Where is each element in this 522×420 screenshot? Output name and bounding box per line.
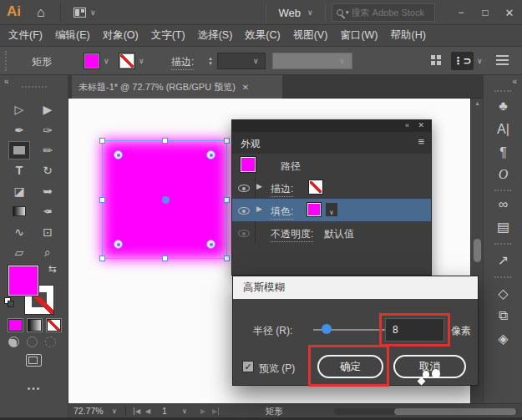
- appearance-row-fill-selected[interactable]: ▶ 填色: ∨: [232, 199, 431, 221]
- artboard-number[interactable]: 1: [162, 406, 167, 416]
- layers-panel-icon[interactable]: ◈: [484, 331, 522, 347]
- home-icon[interactable]: ⌂: [37, 5, 45, 20]
- dialog-title-bar[interactable]: 高斯模糊: [233, 276, 478, 299]
- arrange-documents-icon[interactable]: [73, 8, 86, 18]
- eyedropper-tool[interactable]: ✒: [37, 202, 58, 220]
- menu-list-icon[interactable]: [496, 55, 509, 65]
- fill-color-swatch[interactable]: [307, 203, 321, 216]
- threed-panel-icon[interactable]: ◇: [484, 286, 522, 301]
- preview-checkbox[interactable]: ✓: [242, 361, 254, 372]
- visibility-eye-icon[interactable]: [238, 207, 250, 215]
- color-panel-icon[interactable]: ♣: [484, 99, 522, 114]
- selection-handle[interactable]: [99, 138, 105, 144]
- close-panel-icon[interactable]: ✕: [418, 121, 424, 129]
- appearance-row-opacity[interactable]: 不透明度: 默认值: [232, 221, 431, 244]
- search-input[interactable]: [352, 8, 428, 18]
- selection-handle[interactable]: [224, 197, 230, 203]
- menu-view[interactable]: 视图(V): [293, 28, 328, 43]
- symbol-sprayer-tool[interactable]: ⊡: [37, 223, 58, 241]
- export-panel-icon[interactable]: ↗: [484, 252, 522, 268]
- chevron-down-icon[interactable]: ∨: [477, 57, 483, 65]
- artboards-panel-icon[interactable]: ⧉: [484, 308, 522, 323]
- chevron-down-icon[interactable]: ∨: [104, 57, 109, 65]
- corner-radius-widget[interactable]: [206, 150, 215, 159]
- stroke-none-swatch[interactable]: [309, 180, 322, 194]
- fill-indicator-swatch[interactable]: [8, 266, 38, 296]
- scroll-up-icon[interactable]: ▴: [471, 99, 484, 107]
- selection-handle[interactable]: [99, 256, 105, 261]
- panel-gripper[interactable]: [494, 276, 511, 278]
- selection-handle[interactable]: [162, 138, 168, 144]
- panel-gripper[interactable]: [5, 51, 8, 71]
- character-panel-icon[interactable]: A|: [484, 122, 522, 137]
- appearance-tab[interactable]: 外观: [241, 137, 261, 151]
- corner-radius-widget[interactable]: [114, 240, 123, 249]
- first-artboard-icon[interactable]: ◀: [134, 407, 140, 415]
- selection-tool[interactable]: ▶: [37, 100, 58, 119]
- menu-type[interactable]: 文字(T): [151, 28, 185, 43]
- chevron-right-icon[interactable]: ▶: [256, 182, 262, 190]
- cancel-button[interactable]: 取消: [393, 355, 466, 378]
- minimize-button[interactable]: −: [451, 4, 471, 21]
- panel-gripper[interactable]: [494, 243, 511, 245]
- direct-selection-tool[interactable]: ▷: [8, 100, 30, 119]
- corner-radius-widget[interactable]: [206, 240, 215, 249]
- appearance-row-path[interactable]: 路径: [232, 154, 431, 176]
- panel-menu-icon[interactable]: ≡: [418, 135, 424, 148]
- row-label[interactable]: 不透明度:: [271, 227, 313, 242]
- curvature-tool[interactable]: ✑: [37, 121, 58, 139]
- none-button[interactable]: [47, 319, 61, 331]
- menu-edit[interactable]: 编辑(E): [55, 28, 90, 43]
- close-tab-icon[interactable]: ✕: [242, 83, 249, 92]
- chevron-right-icon[interactable]: ▶: [256, 205, 262, 213]
- chevron-down-icon[interactable]: ∨: [112, 407, 117, 415]
- chevron-down-icon[interactable]: ∨: [90, 8, 96, 17]
- rotate-tool[interactable]: ↻: [37, 161, 58, 180]
- scrollbar-thumb[interactable]: [394, 408, 516, 415]
- css-properties-icon[interactable]: ∞: [484, 197, 522, 212]
- default-fill-stroke-icon[interactable]: [4, 297, 16, 309]
- scribble-tool[interactable]: ∿: [8, 223, 30, 241]
- collapse-panel-icon[interactable]: «: [405, 121, 409, 129]
- panel-gripper[interactable]: [22, 86, 47, 88]
- last-artboard-icon[interactable]: ▶: [212, 407, 219, 415]
- previous-artboard-icon[interactable]: ◀: [145, 407, 150, 415]
- row-label[interactable]: 填色:: [271, 205, 293, 220]
- stroke-color-swatch[interactable]: [119, 53, 135, 69]
- workspace-layout-button[interactable]: ⋮⊃: [451, 52, 474, 70]
- next-artboard-icon[interactable]: ▶: [200, 407, 205, 415]
- selection-handle[interactable]: [224, 256, 230, 261]
- expand-panels-icon[interactable]: «: [512, 77, 517, 86]
- panel-gripper[interactable]: [494, 90, 511, 92]
- stroke-weight-label[interactable]: 描边:: [171, 55, 194, 70]
- radius-slider-thumb[interactable]: [322, 324, 332, 334]
- gradient-tool[interactable]: [8, 202, 30, 220]
- color-button[interactable]: [8, 319, 23, 331]
- workspace-switcher[interactable]: Web ∨: [266, 3, 326, 22]
- ok-button[interactable]: 确定: [317, 355, 383, 378]
- draw-normal-mode-icon[interactable]: [8, 337, 19, 347]
- selection-handle[interactable]: [162, 256, 168, 261]
- menu-effect[interactable]: 效果(C): [245, 28, 280, 43]
- eraser-tool[interactable]: ◪: [8, 182, 30, 200]
- zoom-tool[interactable]: ⌕: [37, 243, 58, 261]
- visibility-eye-icon[interactable]: [238, 230, 250, 237]
- center-point[interactable]: [162, 196, 170, 204]
- paintbrush-tool[interactable]: ✏: [37, 141, 58, 159]
- close-window-button[interactable]: ✕: [499, 4, 519, 21]
- zoom-level[interactable]: 72.77%: [73, 406, 104, 416]
- gradient-button[interactable]: [28, 319, 42, 331]
- menu-help[interactable]: 帮助(H): [391, 28, 426, 43]
- radius-value-input[interactable]: [385, 318, 444, 342]
- shaper-tool[interactable]: ➥: [37, 182, 58, 200]
- artboard-tool[interactable]: ▱: [8, 243, 30, 261]
- appearance-row-stroke[interactable]: ▶ 描边:: [232, 176, 431, 199]
- rectangle-tool[interactable]: [8, 141, 30, 159]
- opentype-panel-icon[interactable]: O: [484, 167, 522, 182]
- pen-tool[interactable]: ✒: [8, 121, 30, 139]
- adobe-stock-search[interactable]: ▾: [332, 3, 435, 22]
- stepper-down-icon[interactable]: ▾: [209, 61, 212, 66]
- collapse-panel-icon[interactable]: «: [4, 77, 9, 86]
- draw-inside-mode-icon[interactable]: [45, 337, 56, 347]
- paragraph-panel-icon[interactable]: ¶: [484, 145, 522, 160]
